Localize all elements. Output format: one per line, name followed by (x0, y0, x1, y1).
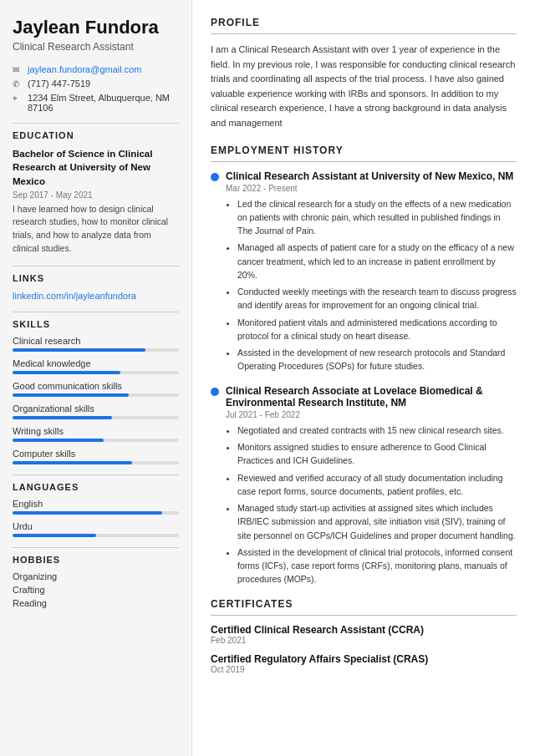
skill-bar-fill (13, 439, 104, 442)
certificates-list: Certified Clinical Research Assistant (C… (211, 624, 517, 674)
language-label: English (13, 499, 179, 509)
links-section-title: LINKS (13, 273, 179, 283)
hobbies-list: OrganizingCraftingReading (13, 571, 179, 608)
cert-entry: Certified Clinical Research Assistant (C… (211, 624, 517, 645)
profile-section-title: PROFILE (211, 17, 517, 28)
cert-entry: Certified Regulatory Affairs Specialist … (211, 653, 517, 674)
skill-item: Computer skills (13, 449, 179, 464)
phone-contact: ✆ (717) 447-7519 (13, 79, 179, 89)
job-bullet: Reviewed and verified accuracy of all st… (237, 471, 517, 499)
language-bar-fill (13, 511, 162, 515)
links-divider (13, 266, 179, 266)
cert-date: Feb 2021 (211, 636, 517, 645)
job-bullet: Monitors assigned studies to ensure adhe… (237, 440, 517, 468)
skill-item: Organizational skills (13, 403, 179, 419)
employment-divider (211, 161, 517, 162)
skill-item: Medical knowledge (13, 358, 179, 374)
cert-title: Certified Clinical Research Assistant (C… (211, 624, 517, 636)
job-bullet: Managed study start-up activities at ass… (237, 501, 517, 542)
skill-bar-bg (13, 416, 179, 419)
cert-title: Certified Regulatory Affairs Specialist … (211, 653, 517, 665)
email-icon: ✉ (13, 65, 23, 74)
skill-label: Writing skills (13, 426, 179, 436)
skill-label: Medical knowledge (13, 358, 179, 368)
education-dates: Sep 2017 - May 2021 (13, 190, 179, 200)
email-contact: ✉ jaylean.fundora@gmail.com (13, 64, 179, 74)
jobs-list: Clinical Research Assistant at Universit… (211, 170, 517, 586)
hobbies-divider (13, 547, 179, 548)
job-dot (211, 173, 219, 181)
job-header: Clinical Research Associate at Lovelace … (211, 385, 517, 408)
certificates-section-title: CERTIFICATES (211, 598, 517, 610)
job-title-text: Clinical Research Assistant at Universit… (226, 170, 513, 182)
education-divider (13, 123, 179, 124)
location-icon: ⌖ (13, 94, 23, 104)
address-contact: ⌖ 1234 Elm Street, Albuquerque, NM 87106 (13, 93, 179, 113)
skill-item: Writing skills (13, 426, 179, 442)
skill-bar-fill (13, 348, 145, 352)
languages-section-title: LANGUAGES (13, 482, 179, 492)
skill-bar-fill (13, 461, 132, 464)
certificates-divider (211, 615, 517, 616)
job-entry: Clinical Research Associate at Lovelace … (211, 385, 517, 586)
job-dot (211, 388, 219, 396)
skill-item: Clinical research (13, 336, 179, 352)
skill-bar-bg (13, 439, 179, 442)
profile-text: I am a Clinical Research Assistant with … (211, 43, 517, 131)
skill-bar-bg (13, 371, 179, 374)
skills-divider (13, 312, 179, 312)
profile-divider (211, 33, 517, 34)
hobby-item: Organizing (13, 571, 179, 581)
skill-label: Clinical research (13, 336, 179, 346)
linkedin-link-item: linkedin.com/in/jayleanfundora (13, 290, 179, 302)
language-bar-fill (13, 534, 96, 537)
languages-list: English Urdu (13, 499, 179, 537)
job-bullet: Managed all aspects of patient care for … (237, 241, 517, 282)
skill-label: Organizational skills (13, 403, 179, 414)
job-bullet: Assisted in the development of new resea… (237, 346, 517, 373)
skill-label: Good communication skills (13, 381, 179, 391)
language-bar-bg (13, 534, 179, 537)
skill-bar-bg (13, 348, 179, 352)
job-header: Clinical Research Assistant at Universit… (211, 170, 517, 182)
sidebar: Jaylean Fundora Clinical Research Assist… (0, 0, 192, 756)
job-bullet: Negotiated and created contracts with 15… (237, 424, 517, 437)
education-section-title: EDUCATION (13, 130, 179, 140)
hobby-item: Reading (13, 598, 179, 608)
cert-date: Oct 2019 (211, 665, 517, 674)
skill-bar-bg (13, 461, 179, 464)
hobby-item: Crafting (13, 585, 179, 595)
skill-bar-fill (13, 393, 129, 397)
hobbies-section-title: HOBBIES (13, 555, 179, 565)
skill-label: Computer skills (13, 449, 179, 459)
job-bullet: Monitored patient vitals and administere… (237, 316, 517, 343)
language-item: English (13, 499, 179, 515)
address-text: 1234 Elm Street, Albuquerque, NM 87106 (28, 93, 179, 113)
phone-number: (717) 447-7519 (28, 79, 90, 89)
languages-divider (13, 474, 179, 475)
skills-section-title: SKILLS (13, 319, 179, 329)
job-dates: Jul 2021 - Feb 2022 (226, 410, 517, 419)
job-bullet: Conducted weekly meetings with the resea… (237, 285, 517, 312)
employment-section-title: EMPLOYMENT HISTORY (211, 145, 517, 156)
full-name: Jaylean Fundora (13, 17, 179, 38)
job-dates: Mar 2022 - Present (226, 184, 517, 193)
email-link[interactable]: jaylean.fundora@gmail.com (28, 64, 142, 74)
job-bullets-list: Led the clinical research for a study on… (226, 197, 517, 373)
skill-item: Good communication skills (13, 381, 179, 397)
linkedin-link[interactable]: linkedin.com/in/jayleanfundora (13, 291, 136, 301)
language-item: Urdu (13, 521, 179, 537)
job-entry: Clinical Research Assistant at Universit… (211, 170, 517, 373)
skill-bar-fill (13, 416, 112, 419)
job-bullet: Assisted in the development of clinical … (237, 545, 517, 586)
job-bullet: Led the clinical research for a study on… (237, 197, 517, 238)
job-title-text: Clinical Research Associate at Lovelace … (226, 385, 517, 408)
education-degree: Bachelor of Science in Clinical Research… (13, 147, 179, 187)
skill-bar-bg (13, 393, 179, 397)
skill-bar-fill (13, 371, 120, 374)
phone-icon: ✆ (13, 79, 23, 89)
main-content: PROFILE I am a Clinical Research Assista… (192, 0, 535, 756)
skills-list: Clinical research Medical knowledge Good… (13, 336, 179, 464)
job-bullets-list: Negotiated and created contracts with 15… (226, 424, 517, 586)
job-title: Clinical Research Assistant (13, 41, 179, 53)
